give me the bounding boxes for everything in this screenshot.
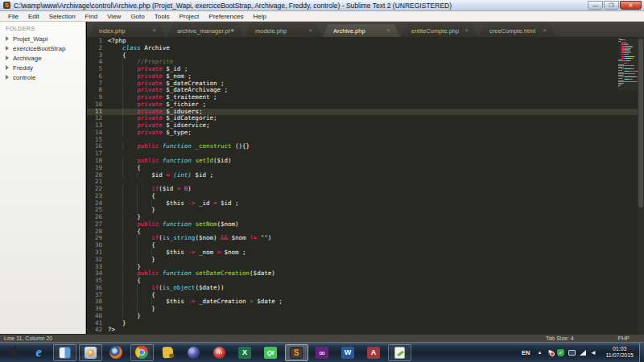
code-line-14[interactable]: 14 private $_type; [87, 130, 638, 137]
code-line-29[interactable]: 29 if(is_string($nom) && $nom != "") [87, 235, 638, 242]
action-center-flag-icon[interactable]: ⚑ [547, 349, 553, 356]
yellow-tool-icon [162, 347, 173, 359]
menu-view[interactable]: View [102, 13, 126, 20]
taskbar-qt-button[interactable]: Qt [259, 344, 283, 361]
tab-archive_manager.php[interactable]: archive_manager.php● [167, 24, 244, 37]
folder-expand-arrow-icon[interactable] [6, 56, 9, 60]
tab-close-icon[interactable]: × [308, 27, 312, 34]
code-line-39[interactable]: 39 } [87, 306, 638, 313]
taskbar-notepad-green-button[interactable] [388, 344, 411, 361]
menu-selection[interactable]: Selection [44, 13, 80, 20]
start-button[interactable] [2, 344, 25, 361]
code-line-38[interactable]: 38 $this -> _dateCreation = $date ; [87, 298, 638, 306]
code-line-27[interactable]: 27 public function setNom($nom) [87, 221, 638, 228]
menu-project[interactable]: Project [174, 13, 204, 20]
tab-entiteCompte.php[interactable]: entiteCompte.php× [401, 24, 478, 37]
sidebar-folder-archivage[interactable]: Archivage [0, 53, 85, 63]
taskbar-red-orb-button[interactable] [208, 344, 231, 361]
taskbar-chrome-button[interactable] [130, 344, 154, 361]
taskbar-firefox-button[interactable] [105, 344, 128, 361]
taskbar-visual-studio-button[interactable]: ∞ [311, 344, 334, 361]
code-line-36[interactable]: 36 if(is_object($date)) [87, 285, 638, 292]
taskbar-finder-button[interactable] [53, 344, 76, 361]
tab-close-icon[interactable]: × [464, 27, 469, 34]
taskbar-wmp-button[interactable] [79, 344, 102, 361]
code-line-20[interactable]: 20 $id = (int) $id ; [87, 172, 638, 179]
folder-label: Freddy [13, 64, 33, 72]
taskbar-yellow-tool-button[interactable] [156, 344, 180, 361]
clock-date: 11/07/2015 [605, 352, 634, 360]
line-number: 3 [87, 52, 108, 60]
modified-dot-icon[interactable]: ● [230, 27, 234, 34]
folder-expand-arrow-icon[interactable] [6, 75, 9, 80]
code-line-16[interactable]: 16 public function _construct (){} [87, 143, 638, 150]
menu-find[interactable]: Find [80, 13, 103, 20]
scrollbar-thumb[interactable] [638, 39, 643, 208]
tab-label: Archive.php [333, 27, 365, 35]
sidebar-folder-freddy[interactable]: Freddy [0, 63, 85, 72]
cursor-position: Line 11, Column 20 [0, 335, 546, 341]
code-line-31[interactable]: 31 $this -> _nom = $nom ; [87, 249, 638, 257]
code-line-32[interactable]: 32 } [87, 257, 638, 264]
tab-index.php[interactable]: index.php× [89, 24, 166, 37]
code-line-34[interactable]: 34 public function setDateCreation($date… [87, 270, 638, 278]
show-hidden-icons-chevron[interactable]: ▲ [534, 350, 545, 355]
tab-Archive.php[interactable]: Archive.php× [323, 24, 400, 37]
code-line-22[interactable]: 22 if($id > 0) [87, 186, 638, 193]
network-signal-icon[interactable] [580, 350, 586, 356]
tab-modele.php[interactable]: modele.php× [245, 24, 322, 37]
close-button[interactable]: ✕ [620, 1, 642, 10]
code-area[interactable]: 1<?php2 class Archive3 {4 //Proprite5 pr… [87, 37, 638, 334]
code-line-18[interactable]: 18 public function setId($id) [87, 158, 638, 165]
sidebar-folder-projet_wapi[interactable]: Projet_Wapi [0, 34, 85, 43]
security-shield-icon[interactable]: ✓ [557, 349, 564, 356]
volume-speaker-icon[interactable]: ◄ [590, 349, 597, 356]
code-line-24[interactable]: 24 $this -> _id = $id ; [87, 200, 638, 208]
taskbar-clock[interactable]: 01:03 11/07/2015 [598, 346, 639, 360]
folder-label: controle [13, 74, 35, 81]
finder-icon [59, 347, 71, 359]
tab-label: creeCompte.html [489, 27, 535, 35]
folder-expand-arrow-icon[interactable] [6, 46, 9, 51]
code-line-42[interactable]: 42?> [87, 327, 638, 334]
taskbar-word-button[interactable]: W [336, 344, 360, 361]
menu-edit[interactable]: Edit [23, 13, 44, 20]
menu-tools[interactable]: Tools [150, 13, 175, 20]
code-line-25[interactable]: 25 } [87, 207, 638, 214]
taskbar-excel-button[interactable]: X [233, 344, 257, 361]
folder-expand-arrow-icon[interactable] [6, 65, 9, 70]
editor: index.php×archive_manager.php●modele.php… [87, 22, 644, 334]
tab-label: modele.php [255, 27, 287, 35]
taskbar-eclipse-button[interactable] [182, 344, 205, 361]
code-line-2[interactable]: 2 class Archive [87, 45, 638, 52]
tab-close-icon[interactable]: × [386, 27, 390, 34]
menu-file[interactable]: File [3, 13, 23, 20]
vertical-scrollbar[interactable] [638, 37, 644, 334]
tab-creeCompte.html[interactable]: creeCompte.html× [479, 24, 556, 37]
minimize-button[interactable]: — [588, 1, 603, 10]
display-monitor-icon[interactable] [568, 350, 576, 356]
taskbar-access-button[interactable]: A [362, 344, 386, 361]
visual-studio-icon: ∞ [316, 347, 328, 359]
show-desktop-button[interactable] [639, 343, 644, 362]
maximize-button[interactable]: ❐ [604, 1, 619, 10]
menu-preferences[interactable]: Preferences [204, 13, 248, 20]
taskbar-sublime-text-button[interactable]: S [285, 344, 308, 361]
syntax-indicator[interactable]: PHP [618, 335, 644, 341]
menu-goto[interactable]: Goto [126, 13, 149, 20]
tab-size-indicator[interactable]: Tab Size: 4 [546, 335, 618, 341]
code-line-40[interactable]: 40 } [87, 313, 638, 320]
language-indicator[interactable]: EN [518, 349, 534, 356]
sidebar-folder-controle[interactable]: controle [0, 72, 85, 82]
tab-close-icon[interactable]: × [543, 27, 547, 34]
tab-label: archive_manager.php [177, 27, 230, 35]
tab-close-icon[interactable]: × [152, 27, 156, 34]
sidebar-folder-exercicebootstrap[interactable]: exerciceBootStrap [0, 43, 85, 53]
menu-help[interactable]: Help [248, 13, 270, 20]
taskbar-internet-explorer-button[interactable]: e [27, 344, 51, 361]
folder-expand-arrow-icon[interactable] [6, 36, 9, 41]
window-controls: — ❐ ✕ [587, 1, 642, 10]
system-tray: EN ▲ ⚑✓◄ 01:03 11/07/2015 [518, 343, 644, 362]
eclipse-icon [188, 347, 200, 359]
code-line-41[interactable]: 41 } [87, 320, 638, 327]
